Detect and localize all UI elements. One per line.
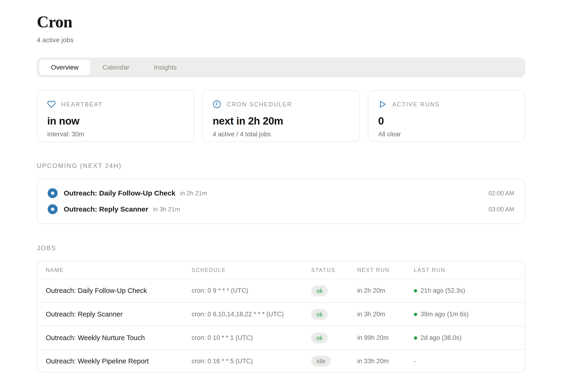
success-dot-icon — [414, 336, 417, 340]
job-next-run: in 2h 20m — [357, 287, 414, 294]
column-header-last-run: LAST RUN — [414, 267, 516, 273]
jobs-section-heading: JOBS — [37, 245, 525, 252]
upcoming-item-name: Outreach: Daily Follow-Up Check — [64, 189, 175, 197]
clock-icon — [213, 100, 221, 109]
upcoming-item-relative-time: in 2h 21m — [180, 190, 207, 197]
job-name: Outreach: Weekly Pipeline Report — [46, 357, 192, 365]
jobs-table: NAME SCHEDULE STATUS NEXT RUN LAST RUN O… — [37, 261, 525, 373]
tab-insights[interactable]: Insights — [141, 60, 189, 75]
upcoming-item-name: Outreach: Reply Scanner — [64, 205, 148, 213]
status-badge: ok — [311, 285, 328, 296]
cron-scheduler-label: CRON SCHEDULER — [227, 101, 292, 108]
column-header-name: NAME — [46, 267, 192, 273]
cron-scheduler-jobs-summary: 4 active / 4 total jobs — [213, 131, 349, 138]
tab-calendar[interactable]: Calendar — [90, 60, 142, 75]
job-name: Outreach: Reply Scanner — [46, 310, 192, 318]
job-name: Outreach: Weekly Nurture Touch — [46, 334, 192, 342]
upcoming-item-time: 03:00 AM — [488, 206, 514, 213]
column-header-next-run: NEXT RUN — [357, 267, 414, 273]
timeline-dot-icon — [48, 204, 58, 214]
table-row[interactable]: Outreach: Weekly Nurture Touch cron: 0 1… — [37, 327, 525, 350]
active-runs-label: ACTIVE RUNS — [392, 101, 440, 108]
job-schedule: cron: 0 10 * * 1 (UTC) — [192, 334, 311, 341]
stat-cards: HEARTBEAT in now Interval: 30m CRON SCHE… — [37, 90, 525, 142]
heartbeat-value: in now — [47, 115, 184, 127]
job-last-run: 39m ago (1m 6s) — [414, 311, 516, 318]
play-icon — [378, 100, 387, 109]
cron-scheduler-value: next in 2h 20m — [213, 115, 349, 127]
status-badge: ok — [311, 309, 328, 320]
job-next-run: in 3h 20m — [357, 311, 414, 318]
active-runs-value: 0 — [378, 115, 515, 127]
job-next-run: in 99h 20m — [357, 334, 414, 341]
job-schedule: cron: 0 9 * * * (UTC) — [192, 287, 311, 294]
status-badge: ok — [311, 333, 328, 343]
active-jobs-count: 4 active jobs — [37, 36, 525, 44]
job-next-run: in 33h 20m — [357, 358, 414, 365]
job-last-run: 2d ago (36.0s) — [414, 334, 516, 341]
job-schedule: cron: 0 16 * * 5 (UTC) — [192, 358, 311, 365]
upcoming-item-time: 02:00 AM — [488, 190, 514, 197]
job-last-run: - — [414, 358, 516, 365]
job-name: Outreach: Daily Follow-Up Check — [46, 287, 192, 295]
tab-bar: Overview Calendar Insights — [37, 58, 525, 77]
active-runs-status: All clear — [378, 131, 515, 138]
status-badge: idle — [311, 356, 331, 367]
column-header-schedule: SCHEDULE — [192, 267, 311, 273]
heart-icon — [47, 100, 56, 109]
success-dot-icon — [414, 313, 417, 316]
job-schedule: cron: 0 6,10,14,18,22 * * * (UTC) — [192, 311, 311, 318]
upcoming-list: Outreach: Daily Follow-Up Check in 2h 21… — [37, 178, 525, 224]
upcoming-section-heading: UPCOMING (NEXT 24H) — [37, 162, 525, 170]
timeline-dot-icon — [48, 188, 58, 198]
jobs-table-header: NAME SCHEDULE STATUS NEXT RUN LAST RUN — [37, 261, 525, 279]
table-row[interactable]: Outreach: Daily Follow-Up Check cron: 0 … — [37, 279, 525, 303]
upcoming-item[interactable]: Outreach: Reply Scanner in 3h 21m 03:00 … — [48, 201, 514, 217]
table-row[interactable]: Outreach: Reply Scanner cron: 0 6,10,14,… — [37, 303, 525, 327]
success-dot-icon — [414, 289, 417, 292]
cron-page: Cron 4 active jobs Overview Calendar Ins… — [0, 0, 563, 373]
job-last-run: 21h ago (52.3s) — [414, 287, 516, 294]
heartbeat-interval: Interval: 30m — [47, 131, 184, 138]
table-row[interactable]: Outreach: Weekly Pipeline Report cron: 0… — [37, 350, 525, 372]
active-runs-card: ACTIVE RUNS 0 All clear — [368, 90, 525, 142]
cron-scheduler-card: CRON SCHEDULER next in 2h 20m 4 active /… — [202, 90, 360, 142]
heartbeat-label: HEARTBEAT — [61, 101, 103, 108]
upcoming-item[interactable]: Outreach: Daily Follow-Up Check in 2h 21… — [48, 185, 514, 201]
heartbeat-card: HEARTBEAT in now Interval: 30m — [37, 90, 194, 142]
upcoming-item-relative-time: in 3h 21m — [153, 206, 180, 213]
tab-overview[interactable]: Overview — [39, 60, 90, 75]
page-title: Cron — [37, 14, 525, 30]
column-header-status: STATUS — [311, 267, 357, 273]
